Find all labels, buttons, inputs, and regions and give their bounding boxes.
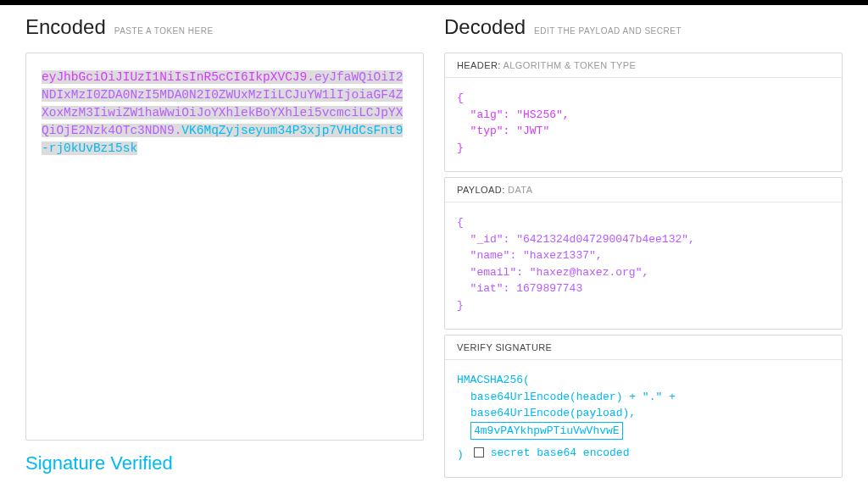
- secret-input[interactable]: [470, 422, 623, 440]
- verify-signature-label: VERIFY SIGNATURE: [457, 342, 552, 352]
- encoded-hint: PASTE A TOKEN HERE: [114, 26, 214, 36]
- header-sublabel: ALGORITHM & TOKEN TYPE: [504, 60, 637, 70]
- token-header-segment: eyJhbGciOiJIUzI1NiIsInR5cCI6IkpXVCJ9: [42, 70, 307, 84]
- verify-signature-panel: VERIFY SIGNATURE HMACSHA256( base64UrlEn…: [444, 335, 843, 478]
- encoded-textarea[interactable]: eyJhbGciOiJIUzI1NiIsInR5cCI6IkpXVCJ9.eyJ…: [25, 53, 424, 441]
- decoded-payload-label-row: PAYLOAD: DATA: [445, 178, 842, 202]
- sig-line-1: base64UrlEncode(header) + "." +: [457, 389, 830, 406]
- decoded-title: Decoded: [444, 15, 526, 39]
- decoded-payload-panel: PAYLOAD: DATA { "_id": "6421324d04729004…: [444, 177, 843, 330]
- payload-json-editor[interactable]: { "_id": "6421324d047290047b4ee132", "na…: [445, 202, 842, 329]
- hmac-func-open: HMACSHA256(: [457, 374, 530, 386]
- payload-sublabel: DATA: [508, 185, 532, 195]
- decoded-heading-row: Decoded EDIT THE PAYLOAD AND SECRET: [444, 15, 843, 39]
- decoded-header-panel: HEADER: ALGORITHM & TOKEN TYPE { "alg": …: [444, 53, 843, 172]
- encoded-column: Encoded PASTE A TOKEN HERE eyJhbGciOiJIU…: [25, 15, 424, 488]
- sig-line-2: base64UrlEncode(payload),: [457, 405, 830, 422]
- encoded-title: Encoded: [25, 15, 106, 39]
- decoded-header-label-row: HEADER: ALGORITHM & TOKEN TYPE: [445, 53, 842, 78]
- jwt-token-text[interactable]: eyJhbGciOiJIUzI1NiIsInR5cCI6IkpXVCJ9.eyJ…: [42, 70, 403, 155]
- verify-signature-label-row: VERIFY SIGNATURE: [445, 336, 842, 360]
- secret-base64-row: secret base64 encoded: [474, 445, 630, 462]
- secret-input-row: [457, 422, 830, 440]
- encoded-heading-row: Encoded PASTE A TOKEN HERE: [25, 15, 424, 39]
- payload-label: PAYLOAD:: [457, 185, 505, 195]
- secret-base64-label: secret base64 encoded: [491, 445, 630, 462]
- header-json-editor[interactable]: { "alg": "HS256", "typ": "JWT" }: [445, 78, 842, 171]
- decoded-column: Decoded EDIT THE PAYLOAD AND SECRET HEAD…: [444, 15, 843, 488]
- token-dot-1: .: [307, 70, 314, 84]
- decoded-hint: EDIT THE PAYLOAD AND SECRET: [534, 26, 682, 36]
- main-container: Encoded PASTE A TOKEN HERE eyJhbGciOiJIU…: [0, 5, 868, 488]
- hmac-func-close: ): [457, 446, 464, 463]
- secret-base64-checkbox[interactable]: [474, 447, 484, 458]
- verify-signature-body: HMACSHA256( base64UrlEncode(header) + ".…: [445, 360, 842, 477]
- signature-verified-label: Signature Verified: [25, 452, 424, 474]
- header-label: HEADER:: [457, 60, 501, 70]
